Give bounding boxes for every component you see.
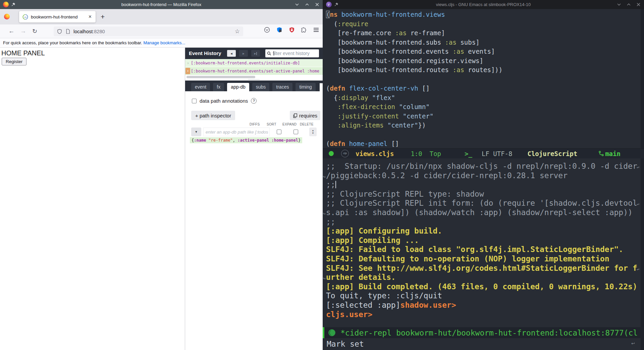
minimize-icon[interactable] — [617, 2, 621, 7]
sort-control[interactable]: ▲▼ — [309, 128, 317, 136]
history-forward-button[interactable]: ▸ — [239, 50, 248, 57]
code-line: [re-frame.core :as re-frame] — [326, 29, 641, 38]
register-button[interactable]: Register — [2, 58, 26, 65]
scrollbar-strip[interactable] — [641, 9, 644, 350]
event-text: [:bookworm-hut-frontend.events/set-activ… — [191, 69, 319, 73]
code-buffer[interactable]: (ns bookworm-hut-frontend.views (:requir… — [323, 9, 641, 148]
code-line: (defn flex-col-center-vh [] — [326, 84, 641, 93]
pocket-icon[interactable] — [264, 27, 270, 33]
annotations-checkbox[interactable] — [192, 99, 197, 103]
column-header-delete: DELETE — [300, 122, 314, 126]
scroll-position: Top — [430, 150, 441, 157]
window-title: bookworm-hut-frontend — Mozilla Firefox — [0, 2, 323, 7]
devtools-tab-subs[interactable]: subs — [252, 83, 270, 91]
event-marker-icon: › — [185, 61, 191, 65]
code-line: (ns bookworm-hut-frontend.views — [326, 10, 641, 19]
firefox-window: bookworm-hut-frontend — Mozilla Firefox … — [0, 0, 323, 350]
menu-hamburger-icon[interactable] — [314, 27, 319, 33]
repl-line: [:app] Compiling ... — [326, 236, 641, 245]
code-line: (defn home-panel [] — [326, 139, 641, 148]
code-line — [326, 75, 641, 84]
firefox-view-icon[interactable] — [4, 14, 10, 19]
event-marker-icon: › — [185, 68, 190, 74]
shield-permissions-icon[interactable] — [57, 29, 62, 34]
page-title: HOME PANEL — [1, 49, 45, 57]
navigation-toolbar: ← → ↻ localhost:8280 ☆ — [0, 24, 323, 38]
repl-line: SLF4J: Defaulting to no-operation (NOP) … — [326, 254, 641, 264]
major-mode-label: ClojureScript — [527, 150, 577, 157]
expand-checkbox[interactable] — [277, 130, 281, 134]
add-path-inspector-button[interactable]: + path inspector — [191, 111, 235, 120]
new-tab-button[interactable]: + — [101, 13, 105, 21]
encoding-label: LF UTF-8 — [482, 150, 513, 157]
extensions-puzzle-icon[interactable] — [301, 27, 307, 33]
repl-line: [:app] Build completed. (463 files, 0 co… — [326, 282, 641, 292]
code-line: :flex-direction "column" — [326, 102, 641, 112]
forward-button[interactable]: → — [20, 28, 26, 35]
emacs-modeline: cljs views.cljs 1:0 Top >_ LF UTF-8 Cloj… — [323, 148, 644, 158]
re-frame-10x-panel: Event History ◂ ▸ ▸ ›[:bookworm-hut-fron… — [185, 48, 323, 350]
event-list: ›[:bookworm-hut-frontend.events/initiali… — [185, 59, 323, 75]
devtools-tab-event[interactable]: event — [191, 83, 210, 91]
column-header-diffs: DIFFS — [250, 122, 260, 126]
repl-line: ;; ClojureScript REPL init form: (do (re… — [326, 199, 641, 208]
search-icon — [267, 51, 271, 56]
url-bar[interactable]: localhost:8280 ☆ — [54, 27, 243, 36]
cljs-mode-icon: cljs — [341, 150, 349, 157]
delete-checkbox[interactable] — [293, 130, 298, 134]
bookmarks-hint: For quick access, place your bookmarks h… — [3, 40, 142, 45]
repl-line: ;; — [326, 217, 641, 227]
event-history-title: Event History — [189, 50, 221, 56]
code-line: :justify-content "center" — [326, 112, 641, 121]
browser-tab[interactable]: cljs bookworm-hut-frontend × — [19, 11, 96, 22]
repl-line: ↪/piggieback:0.5.2 -d cider/cider-nrepl:… — [326, 171, 641, 181]
repl-modeline: *cider-repl bookworm-hut/bookworm-hut-fr… — [323, 327, 644, 338]
bookmark-star-icon[interactable]: ☆ — [235, 28, 240, 35]
repl-line: SLF4J: Failed to load class "org.slf4j.i… — [326, 245, 641, 254]
event-filter-box[interactable] — [265, 49, 319, 57]
cider-icon — [328, 329, 336, 337]
cider-repl-buffer[interactable]: ;; Startup: /usr/bin/npx shadow-cljs -d … — [323, 158, 641, 327]
requires-button[interactable]: requires — [290, 111, 320, 120]
history-end-button[interactable]: ▸ — [251, 50, 260, 57]
tab-close-icon[interactable]: × — [87, 14, 93, 19]
emacs-titlebar[interactable]: e views.cljs - GNU Emacs at slimbook-PRO… — [323, 0, 644, 9]
close-icon[interactable] — [636, 2, 641, 7]
back-button[interactable]: ← — [8, 28, 14, 35]
app-db-path-input[interactable] — [203, 128, 270, 136]
path-dropdown-button[interactable]: ▼ — [191, 128, 201, 136]
devtools-tab-timing[interactable]: timing — [296, 83, 315, 91]
extension-blue-shield-icon[interactable] — [276, 27, 282, 33]
reload-button[interactable]: ↻ — [32, 28, 37, 35]
repl-indicator-icon: >_ — [465, 150, 472, 157]
close-icon[interactable] — [315, 2, 319, 7]
repl-line: [:selected :app]shadow.user> — [326, 301, 641, 310]
event-history-row[interactable]: ›[:bookworm-hut-frontend.events/set-acti… — [185, 67, 323, 75]
tabbar-scroll-sliver — [320, 83, 323, 91]
code-line: [bookworm-hut-frontend.events :as events… — [326, 47, 641, 56]
horizontal-scrollbar[interactable] — [186, 76, 255, 78]
maximize-icon[interactable] — [627, 2, 631, 7]
minimize-icon[interactable] — [295, 2, 299, 7]
manage-bookmarks-link[interactable]: Manage bookmarks... — [143, 40, 185, 45]
history-back-button[interactable]: ◂ — [227, 50, 236, 57]
code-line: [bookworm-hut-frontend.register.views] — [326, 56, 641, 66]
event-history-row[interactable]: ›[:bookworm-hut-frontend.events/initiali… — [185, 59, 323, 67]
repl-line: SLF4J: See http://www.slf4j.org/codes.ht… — [326, 264, 641, 273]
buffer-filename: views.cljs — [356, 150, 394, 157]
page-info-icon[interactable] — [66, 29, 70, 34]
repl-buffer-name: *cider-repl bookworm-hut/bookworm-hut-fr… — [340, 329, 638, 337]
tab-strip: cljs bookworm-hut-frontend × + — [0, 9, 323, 24]
url-port: :8280 — [93, 29, 105, 34]
devtools-tab-traces[interactable]: traces — [272, 83, 292, 91]
extension-red-shield-icon[interactable] — [289, 27, 295, 33]
help-icon[interactable]: ? — [251, 98, 257, 104]
devtools-tab-app-db[interactable]: app-db — [227, 83, 249, 91]
event-filter-input[interactable] — [273, 51, 312, 56]
maximize-icon[interactable] — [305, 2, 309, 7]
devtools-tab-bar: eventfxapp-dbsubstracestiming — [185, 81, 323, 91]
devtools-tab-fx[interactable]: fx — [213, 83, 224, 91]
url-text[interactable]: localhost:8280 — [73, 29, 235, 34]
firefox-titlebar[interactable]: bookworm-hut-frontend — Mozilla Firefox — [0, 0, 323, 9]
buffer-state-dot — [329, 151, 334, 156]
